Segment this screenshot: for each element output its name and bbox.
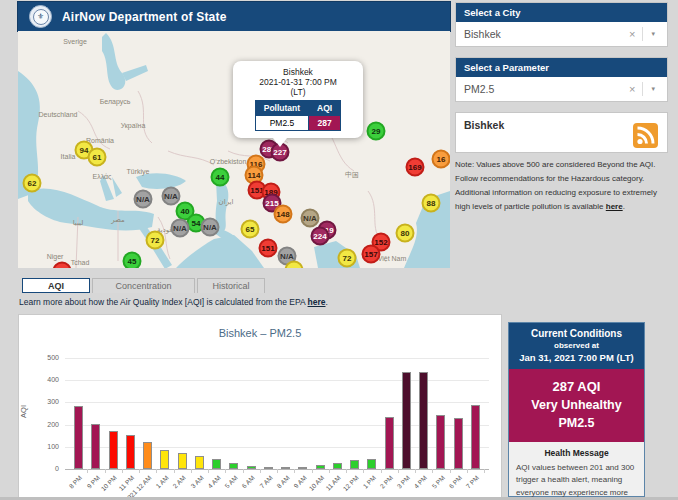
tab-concentration[interactable]: Concentration — [92, 278, 195, 293]
aqi-map-marker[interactable]: 157 — [362, 245, 381, 264]
aqi-map-marker[interactable]: N/A — [201, 218, 220, 237]
chart-bar[interactable] — [160, 450, 169, 469]
aqi-map-marker[interactable]: 148 — [274, 205, 293, 224]
chart-bar[interactable] — [229, 463, 238, 469]
parameter-dropdown-arrow-icon[interactable]: ▾ — [643, 85, 659, 93]
note-period: . — [623, 202, 625, 211]
chart-x-label: 5 PM — [430, 474, 446, 490]
health-message-title: Health Message — [516, 448, 637, 458]
map-place-label: Ελλάς — [93, 173, 112, 180]
aqi-map[interactable]: SverigeDeutschlandБеларусьУкраїнаRomânia… — [18, 31, 450, 268]
aqi-map-marker[interactable]: 72 — [146, 231, 165, 250]
chart-y-axis-title: AQI — [19, 405, 28, 418]
aqi-map-marker[interactable]: 88 — [422, 194, 441, 213]
chart-bar[interactable] — [367, 459, 376, 469]
parameter-select[interactable]: PM2.5 × ▾ — [456, 77, 667, 101]
chart-bar[interactable] — [143, 442, 152, 469]
aqi-map-marker[interactable]: 62 — [23, 174, 42, 193]
chart-bar[interactable] — [402, 372, 411, 469]
health-message: Health Message AQI values between 201 an… — [509, 442, 644, 500]
chart-x-label: 1 PM — [361, 474, 377, 490]
parameter-clear-icon[interactable]: × — [622, 83, 642, 95]
chart-bar-cell: 3 PM — [398, 358, 415, 469]
popup-aqi-value: 287 — [309, 116, 341, 131]
map-place-label: ليبيا — [73, 219, 84, 227]
map-place-label: ايران — [219, 198, 234, 206]
aqi-map-marker[interactable]: 16 — [432, 150, 451, 169]
chart-bar-cell: 2021 12 AM — [139, 358, 156, 469]
popup-pointer — [273, 138, 287, 154]
chart-bar-cell: 9 AM — [294, 358, 311, 469]
learn-more-link[interactable]: here — [308, 297, 326, 307]
chart-x-label: 8 AM — [275, 474, 290, 489]
aqi-map-marker[interactable]: 169 — [406, 158, 425, 177]
current-conditions-title: Current Conditions — [513, 328, 640, 339]
chart-bar[interactable] — [316, 465, 325, 469]
aqi-map-marker[interactable]: N/A — [301, 209, 320, 228]
chart-plot[interactable]: 8 PM9 PM10 PM11 PM2021 12 AM1 AM2 AM3 AM… — [65, 358, 489, 469]
city-dropdown-arrow-icon[interactable]: ▾ — [643, 30, 659, 38]
chart-title: Bishkek – PM2.5 — [19, 327, 501, 339]
chart-x-label: 2 PM — [378, 474, 394, 490]
tab-aqi[interactable]: AQI — [22, 278, 90, 293]
chart-bar-cell: 1 AM — [156, 358, 173, 469]
chart-bar[interactable] — [264, 467, 273, 469]
chart-y-tick: 200 — [29, 421, 59, 428]
aqi-map-marker[interactable]: 29 — [367, 122, 386, 141]
aqi-map-marker[interactable]: N/A — [134, 190, 153, 209]
popup-table: Pollutant AQI PM2.5 287 — [255, 100, 341, 131]
chart-bar[interactable] — [74, 406, 83, 469]
chart-bar[interactable] — [247, 466, 256, 469]
chart-x-label: 4 AM — [206, 474, 221, 489]
chart-bar[interactable] — [385, 417, 394, 469]
rss-feed-icon[interactable] — [633, 123, 658, 148]
chart-bar[interactable] — [195, 456, 204, 469]
aqi-map-marker[interactable]: 61 — [88, 148, 107, 167]
aqi-map-marker[interactable]: 44 — [211, 168, 230, 187]
chart-bar[interactable] — [471, 405, 480, 469]
city-select[interactable]: Bishkek × ▾ — [456, 22, 667, 46]
chart-bar[interactable] — [350, 460, 359, 469]
chart-bar-cell: 8 AM — [277, 358, 294, 469]
map-place-label: Sverige — [63, 38, 87, 45]
chart-x-label: 5 AM — [223, 474, 238, 489]
chart-bar[interactable] — [436, 415, 445, 469]
chart-x-label: 6 AM — [241, 474, 256, 489]
chart-x-label: 9 PM — [85, 474, 101, 490]
chart-x-label: 7 PM — [465, 474, 481, 490]
chart-bar[interactable] — [178, 453, 187, 469]
aqi-map-marker[interactable]: 224 — [311, 227, 330, 246]
chart-bar[interactable] — [419, 372, 428, 469]
chart-bar[interactable] — [281, 467, 290, 469]
page: ⚜ AirNow Department of State — [0, 0, 678, 500]
chart-bar[interactable] — [126, 435, 135, 469]
aqi-map-marker[interactable]: N/A — [162, 187, 181, 206]
note-text: Note: Values above 500 are considered Be… — [455, 160, 657, 211]
dos-seal-logo-icon: ⚜ — [29, 5, 52, 28]
chart-bar[interactable] — [212, 459, 221, 469]
map-place-label: Türkiye — [127, 168, 150, 175]
learn-more-period: . — [326, 297, 328, 307]
chart-bar[interactable] — [298, 467, 307, 469]
chart-bar[interactable] — [91, 424, 100, 470]
chart-bar[interactable] — [333, 463, 342, 469]
note-link[interactable]: here — [606, 202, 623, 211]
chart-bar[interactable] — [454, 418, 463, 469]
aqi-map-marker[interactable]: 65 — [241, 220, 260, 239]
aqi-map-marker[interactable]: 72 — [338, 249, 357, 268]
tab-historical[interactable]: Historical — [197, 278, 265, 293]
health-message-text: AQI values between 201 and 300 trigger a… — [516, 462, 637, 500]
chart-bar-cell: 4 PM — [415, 358, 432, 469]
chart-x-label: 2 AM — [172, 474, 187, 489]
chart-bar-cell: 9 PM — [87, 358, 104, 469]
chart-bar-cell: 6 PM — [450, 358, 467, 469]
city-clear-icon[interactable]: × — [622, 28, 642, 40]
parameter-select-label: Select a Parameter — [456, 58, 667, 77]
chart-bar-cell: 2 PM — [381, 358, 398, 469]
aqi-map-marker[interactable]: 80 — [396, 224, 415, 243]
aqi-map-marker[interactable]: 45 — [123, 252, 142, 269]
chart-bar[interactable] — [109, 431, 118, 469]
aqi-map-marker[interactable]: 151 — [259, 239, 278, 258]
chart-bar-cell: 8 PM — [70, 358, 87, 469]
aqi-map-marker[interactable]: N/A — [171, 219, 190, 238]
